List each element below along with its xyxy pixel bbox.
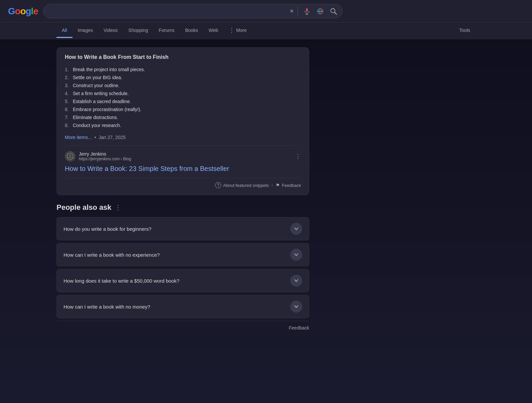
snippet-main-link[interactable]: How to Write a Book: 23 Simple Steps fro…: [65, 165, 301, 173]
svg-point-5: [331, 8, 335, 13]
search-button[interactable]: [329, 6, 338, 16]
about-snippets-link[interactable]: ? About featured snippets: [215, 182, 269, 188]
paa-question-4[interactable]: How can I write a book with no money?: [57, 295, 309, 318]
paa-item-1: How do you write a book for beginners?: [57, 217, 309, 240]
snippet-footer: ? About featured snippets • ⚑ Feedback: [65, 178, 301, 188]
expand-button-1[interactable]: [290, 223, 302, 235]
paa-title: People also ask: [57, 203, 111, 212]
people-also-ask-section: People also ask ⋮ How do you write a boo…: [57, 203, 309, 335]
chevron-down-icon: [294, 278, 299, 283]
expand-button-4[interactable]: [290, 301, 302, 313]
header: Google how to write a book ×: [0, 0, 532, 23]
list-item: 5.Establish a sacred deadline.: [65, 97, 301, 105]
image-search-button[interactable]: [315, 6, 325, 16]
list-item: 7.Eliminate distractions.: [65, 113, 301, 121]
lens-icon: [317, 8, 324, 15]
paa-options-icon[interactable]: ⋮: [115, 203, 121, 211]
tab-more[interactable]: ⋮ More: [223, 23, 252, 39]
snippet-feedback-link[interactable]: ⚑ Feedback: [276, 183, 301, 188]
list-item: 1.Break the project into small pieces.: [65, 66, 301, 73]
chevron-down-icon: [294, 226, 299, 231]
chevron-down-icon: [294, 252, 299, 257]
search-icons: ×: [290, 6, 339, 16]
nav-tabs: All Images Videos Shopping Forums Books …: [0, 23, 532, 39]
paa-item-2: How can I write a book with no experienc…: [57, 243, 309, 266]
source-info: Jerry Jenkins https://jerryjenkins.com ›…: [79, 151, 292, 161]
tab-shopping[interactable]: Shopping: [123, 24, 153, 38]
search-icon: [330, 8, 337, 15]
list-item: 3.Construct your outline.: [65, 81, 301, 89]
paa-question-3[interactable]: How long does it take to write a $50,000…: [57, 269, 309, 292]
snippet-date: •: [94, 135, 96, 140]
snippet-steps-list: 1.Break the project into small pieces. 2…: [65, 66, 301, 129]
voice-search-button[interactable]: [302, 6, 312, 16]
tab-books[interactable]: Books: [180, 24, 203, 38]
list-item: 6.Embrace procrastination (really!).: [65, 105, 301, 113]
snippet-title: How to Write a Book From Start to Finish: [65, 54, 301, 60]
source-favicon: [65, 151, 75, 162]
svg-rect-0: [306, 8, 308, 11]
separator: •: [271, 183, 273, 188]
flag-icon: ⚑: [276, 183, 280, 188]
snippet-date-value: Jan 27, 2025: [99, 135, 126, 140]
more-dots-icon: ⋮: [229, 27, 235, 34]
divider: [298, 7, 298, 16]
chevron-down-icon: [294, 304, 299, 309]
search-bar-container: how to write a book ×: [43, 4, 342, 18]
bottom-feedback-link[interactable]: Feedback: [57, 321, 309, 335]
tab-all[interactable]: All: [57, 24, 72, 38]
google-logo[interactable]: Google: [8, 6, 38, 17]
more-items-link[interactable]: More items...: [65, 135, 92, 140]
clear-icon[interactable]: ×: [290, 7, 294, 15]
tab-web[interactable]: Web: [203, 24, 224, 38]
paa-item-4: How can I write a book with no money?: [57, 295, 309, 318]
tab-forums[interactable]: Forums: [153, 24, 180, 38]
main-content: How to Write a Book From Start to Finish…: [0, 39, 366, 342]
mic-icon: [303, 8, 311, 15]
tab-images[interactable]: Images: [72, 24, 98, 38]
list-item: 2.Settle on your BIG idea.: [65, 73, 301, 81]
expand-button-2[interactable]: [290, 249, 302, 261]
snippet-source: Jerry Jenkins https://jerryjenkins.com ›…: [65, 145, 301, 162]
paa-header: People also ask ⋮: [57, 203, 309, 212]
tab-videos[interactable]: Videos: [98, 24, 123, 38]
paa-item-3: How long does it take to write a $50,000…: [57, 269, 309, 292]
expand-button-3[interactable]: [290, 275, 302, 287]
favicon-icon: [67, 153, 73, 160]
svg-line-6: [335, 12, 337, 14]
featured-snippet: How to Write a Book From Start to Finish…: [57, 47, 309, 195]
list-item: 8.Conduct your research.: [65, 121, 301, 129]
paa-question-1[interactable]: How do you write a book for beginners?: [57, 217, 309, 240]
tools-button[interactable]: Tools: [454, 24, 475, 38]
source-url: https://jerryjenkins.com › Blog: [79, 157, 292, 161]
source-name: Jerry Jenkins: [79, 151, 292, 157]
list-item: 4.Set a firm writing schedule.: [65, 89, 301, 97]
source-options-icon[interactable]: ⋮: [295, 153, 301, 160]
question-icon: ?: [215, 182, 221, 188]
paa-question-2[interactable]: How can I write a book with no experienc…: [57, 243, 309, 266]
